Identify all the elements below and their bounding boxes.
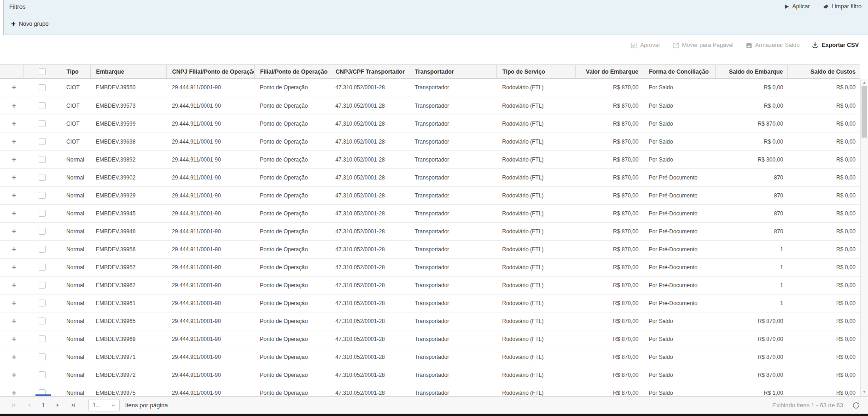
cell-valor: R$ 870,00 (576, 97, 643, 115)
cell-cnpj-filial: 29.444.911/0001-90 (166, 186, 254, 204)
cell-transportador: Transportador (409, 330, 496, 348)
expand-row-icon[interactable]: + (12, 282, 16, 289)
cell-saldo-custos: R$ 0,00 (788, 222, 860, 240)
row-checkbox[interactable] (39, 371, 46, 378)
expand-row-icon[interactable]: + (12, 353, 16, 361)
move-to-payable-button[interactable]: Mover para Pagável (673, 42, 734, 48)
store-balance-label: Armazenar Saldo (755, 42, 800, 48)
cell-embarque: EMBDEV.39972 (90, 366, 166, 384)
column-header-embarque[interactable]: Embarque (90, 65, 166, 79)
expand-row-icon[interactable]: + (12, 138, 16, 145)
row-checkbox[interactable] (39, 282, 46, 289)
column-header-filial[interactable]: Filial/Ponto de Operação (254, 65, 330, 79)
column-header-tipo-servico[interactable]: Tipo de Serviço (497, 65, 576, 79)
expand-row-icon[interactable]: + (12, 120, 16, 127)
column-header-tipo[interactable]: Tipo (61, 65, 90, 79)
row-checkbox[interactable] (39, 246, 46, 253)
move-arrow-icon (673, 42, 679, 48)
expand-row-icon[interactable]: + (12, 174, 16, 181)
row-checkbox[interactable] (39, 138, 46, 145)
row-checkbox[interactable] (39, 318, 46, 324)
cell-transportador: Transportador (409, 115, 496, 133)
cell-saldo-custos: R$ 0,00 (788, 240, 860, 258)
table-row: + Normal EMBDEV.39962 29.444.911/0001-90… (0, 276, 860, 294)
page-size-value: 1... (93, 402, 100, 409)
cell-cnpj-filial: 29.444.911/0001-90 (166, 366, 254, 384)
column-header-valor[interactable]: Valor do Embarque (576, 65, 643, 79)
row-checkbox[interactable] (39, 300, 46, 306)
cell-transportador: Transportador (409, 294, 496, 312)
column-header-saldo-custos[interactable]: Saldo de Custos (788, 65, 860, 79)
row-checkbox[interactable] (39, 174, 46, 181)
row-checkbox[interactable] (39, 156, 46, 163)
page-number-current[interactable]: 1 (37, 402, 50, 409)
new-group-label: Novo grupo (19, 21, 49, 27)
approve-button[interactable]: Aprovar (631, 42, 660, 48)
previous-page-button[interactable] (23, 400, 35, 411)
expand-row-icon[interactable]: + (12, 156, 16, 163)
cell-tipo: Normal (61, 222, 90, 240)
cell-tipo: Normal (61, 258, 90, 276)
expand-row-icon[interactable]: + (12, 228, 16, 235)
cell-tipo: Normal (61, 384, 90, 396)
cell-cnpj-transportador: 47.310.052/0001-28 (330, 133, 409, 150)
cell-cnpj-transportador: 47.310.052/0001-28 (330, 115, 409, 133)
column-header-transportador[interactable]: Transportador (409, 65, 496, 79)
pagination-bar: 1 1... itens por página Exibindo itens 1… (0, 396, 868, 414)
cell-saldo-embarque: 870 (716, 204, 788, 222)
row-checkbox[interactable] (39, 102, 46, 109)
column-header-cnpj-filial[interactable]: CNPJ Filial/Ponto de Operação (166, 65, 254, 79)
row-checkbox[interactable] (39, 192, 46, 199)
row-checkbox[interactable] (39, 353, 46, 360)
next-page-button[interactable] (52, 400, 63, 411)
row-checkbox[interactable] (39, 120, 46, 127)
cell-forma-conciliacao: Por Saldo (643, 384, 716, 396)
row-checkbox[interactable] (39, 210, 46, 217)
table-row: + CIOT EMBDEV.39599 29.444.911/0001-90 P… (0, 115, 860, 133)
clear-filter-button[interactable]: Limpar filtro (823, 3, 862, 10)
expand-row-icon[interactable]: + (12, 389, 16, 397)
row-checkbox[interactable] (39, 228, 46, 235)
select-all-checkbox[interactable] (39, 68, 46, 75)
cell-filial: Ponto de Operação (254, 133, 330, 150)
scroll-up-icon[interactable]: ▲ (861, 80, 868, 86)
header-expand (0, 65, 23, 79)
column-header-saldo-embarque[interactable]: Saldo do Embarque (716, 65, 788, 79)
cell-saldo-custos: R$ 0,00 (788, 366, 860, 384)
save-icon (746, 42, 752, 48)
cell-saldo-custos: R$ 0,00 (788, 168, 860, 186)
expand-row-icon[interactable]: + (12, 192, 16, 199)
page-size-select[interactable]: 1... (88, 399, 120, 411)
export-csv-button[interactable]: Exportar CSV (812, 42, 859, 48)
cell-tipo-servico: Rodoviário (FTL) (497, 150, 576, 168)
row-checkbox[interactable] (39, 84, 46, 91)
row-checkbox[interactable] (39, 335, 46, 342)
store-balance-button[interactable]: Armazenar Saldo (746, 42, 800, 48)
expand-row-icon[interactable]: + (12, 335, 16, 343)
expand-row-icon[interactable]: + (12, 84, 16, 91)
table-row: + Normal EMBDEV.39972 29.444.911/0001-90… (0, 366, 860, 384)
refresh-icon[interactable] (852, 402, 860, 409)
first-page-button[interactable] (8, 400, 19, 411)
cell-tipo: Normal (61, 150, 90, 168)
expand-row-icon[interactable]: + (12, 210, 16, 217)
expand-row-icon[interactable]: + (12, 264, 16, 271)
column-header-cnpj-transportador[interactable]: CNPJ/CPF Transportador (330, 65, 409, 79)
filters-body: + Novo grupo (4, 13, 868, 35)
expand-row-icon[interactable]: + (12, 371, 16, 379)
cell-tipo: Normal (61, 294, 90, 312)
vertical-scrollbar[interactable]: ▲ ▼ (860, 79, 868, 396)
cell-saldo-embarque: 870 (716, 186, 788, 204)
new-group-button[interactable]: + Novo grupo (11, 21, 49, 28)
cell-tipo: CIOT (61, 97, 90, 115)
row-checkbox[interactable] (39, 264, 46, 271)
apply-filter-button[interactable]: Aplicar (784, 3, 810, 10)
expand-row-icon[interactable]: + (12, 102, 16, 110)
expand-row-icon[interactable]: + (12, 300, 16, 307)
expand-row-icon[interactable]: + (12, 246, 16, 253)
column-header-forma-conciliacao[interactable]: Forma de Conciliação (643, 65, 716, 79)
last-page-button[interactable] (68, 400, 79, 411)
scroll-down-icon[interactable]: ▼ (861, 389, 868, 395)
expand-row-icon[interactable]: + (12, 318, 16, 325)
scrollbar-thumb[interactable] (862, 86, 867, 138)
